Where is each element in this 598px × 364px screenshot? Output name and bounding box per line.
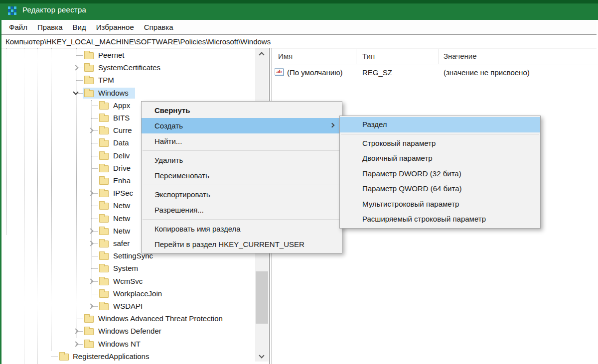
folder-icon bbox=[99, 115, 109, 122]
menu-item-перейти-в-раздел-hkey-current-user[interactable]: Перейти в раздел HKEY_CURRENT_USER bbox=[142, 237, 342, 252]
menubar-item-1[interactable]: Файл bbox=[4, 21, 32, 33]
column-header-value[interactable]: Значение bbox=[444, 52, 477, 60]
tree-item-workplacejoin[interactable]: WorkplaceJoin bbox=[1, 288, 255, 300]
expand-chevron-icon[interactable] bbox=[73, 329, 78, 334]
tree-item-label: Peernet bbox=[98, 51, 125, 59]
folder-icon bbox=[99, 303, 109, 310]
scroll-up-button[interactable] bbox=[255, 48, 269, 59]
expand-chevron-icon[interactable] bbox=[73, 65, 78, 71]
folder-icon bbox=[99, 103, 109, 110]
expand-chevron-icon[interactable] bbox=[88, 241, 93, 246]
menu-item-разрешения[interactable]: Разрешения... bbox=[142, 202, 342, 218]
expand-chevron-icon[interactable] bbox=[88, 278, 93, 284]
address-bar bbox=[1, 34, 597, 48]
menu-item-создать[interactable]: Создать bbox=[142, 118, 342, 133]
menu-separator bbox=[143, 150, 341, 151]
menu-item-копировать-имя-раздела[interactable]: Копировать имя раздела bbox=[142, 221, 342, 237]
tree-connector-line bbox=[91, 206, 98, 206]
column-header-type[interactable]: Тип bbox=[362, 52, 375, 60]
collapse-chevron-icon[interactable] bbox=[73, 89, 78, 95]
menu-item-переименовать[interactable]: Переименовать bbox=[142, 168, 342, 183]
tree-item-windows-advanced-threat-protection[interactable]: Windows Advanced Threat Protection bbox=[1, 313, 255, 325]
column-separator[interactable] bbox=[439, 49, 439, 64]
expand-chevron-icon[interactable] bbox=[73, 341, 78, 347]
tree-item-windows[interactable]: Windows bbox=[1, 87, 255, 100]
column-separator[interactable] bbox=[356, 49, 356, 64]
menu-item-экспортировать[interactable]: Экспортировать bbox=[142, 187, 342, 202]
column-header-name[interactable]: Имя bbox=[278, 52, 293, 60]
tree-item-systemcertificates[interactable]: SystemCertificates bbox=[1, 62, 255, 74]
chevron-up-icon bbox=[259, 52, 264, 57]
menu-separator bbox=[341, 134, 539, 134]
menubar-item-4[interactable]: Избранное bbox=[91, 21, 139, 33]
tree-item-label: WcmSvc bbox=[113, 277, 143, 285]
menu-item-свернуть[interactable]: Свернуть bbox=[142, 103, 342, 118]
value-type: REG_SZ bbox=[362, 68, 392, 77]
tree-item-windows-nt[interactable]: Windows NT bbox=[1, 338, 255, 351]
value-name: (По умолчанию) bbox=[287, 68, 342, 77]
tree-item-wcmsvc[interactable]: WcmSvc bbox=[1, 275, 255, 288]
context-menu: СвернутьСоздатьНайти...УдалитьПереименов… bbox=[141, 101, 342, 253]
tree-item-label: Netw bbox=[113, 214, 130, 223]
scrollbar-thumb[interactable] bbox=[256, 271, 268, 324]
menu-item-найти[interactable]: Найти... bbox=[142, 133, 342, 149]
folder-icon bbox=[99, 203, 109, 210]
chevron-down-icon bbox=[259, 353, 264, 358]
tree-item-label: Data bbox=[113, 138, 129, 147]
menu-item-раздел[interactable]: Раздел bbox=[340, 117, 540, 132]
tree-connector-line bbox=[91, 219, 98, 219]
registry-app-icon bbox=[8, 6, 17, 16]
tree-item-registeredapplications[interactable]: RegisteredApplications bbox=[1, 351, 255, 363]
tree-item-windows-defender[interactable]: Windows Defender bbox=[1, 325, 255, 338]
address-input[interactable] bbox=[1, 35, 597, 48]
titlebar-top-strip bbox=[0, 0, 598, 3]
tree-item-label: RegisteredApplications bbox=[73, 352, 149, 361]
tree-item-peernet[interactable]: Peernet bbox=[1, 49, 255, 62]
tree-item-label: Netw bbox=[113, 227, 130, 235]
expand-chevron-icon[interactable] bbox=[88, 228, 93, 234]
expand-chevron-icon[interactable] bbox=[88, 128, 93, 133]
tree-item-label: Windows Defender bbox=[98, 327, 161, 335]
folder-icon bbox=[84, 316, 94, 323]
tree-item-wsdapi[interactable]: WSDAPI bbox=[1, 300, 255, 313]
folder-icon bbox=[99, 216, 109, 223]
folder-icon bbox=[84, 341, 94, 348]
tree-item-label: Deliv bbox=[113, 151, 130, 160]
tree-connector-line bbox=[76, 319, 83, 319]
folder-icon bbox=[59, 354, 69, 361]
menu-item-удалить[interactable]: Удалить bbox=[142, 152, 342, 168]
tree-item-label: BITS bbox=[113, 114, 130, 122]
menubar: ФайлПравкаВидИзбранноеСправка bbox=[1, 20, 597, 34]
tree-item-tpm[interactable]: TPM bbox=[1, 74, 255, 87]
folder-icon bbox=[99, 190, 109, 197]
menubar-item-3[interactable]: Вид bbox=[68, 21, 91, 33]
tree-item-label: WorkplaceJoin bbox=[113, 289, 162, 298]
tree-item-label: Windows bbox=[98, 89, 129, 97]
folder-icon bbox=[99, 241, 109, 247]
menu-item-строковый-параметр[interactable]: Строковый параметр bbox=[340, 136, 540, 151]
tree-connector-line bbox=[91, 106, 98, 106]
scroll-down-button[interactable] bbox=[255, 351, 269, 362]
folder-icon bbox=[99, 153, 109, 160]
tree-item-system[interactable]: System bbox=[1, 262, 255, 275]
new-submenu: РазделСтроковый параметрДвоичный парамет… bbox=[339, 116, 541, 229]
tree-connector-line bbox=[91, 256, 98, 256]
menu-item-параметр-dword-32-бита[interactable]: Параметр DWORD (32 бита) bbox=[340, 166, 540, 182]
folder-icon bbox=[99, 278, 109, 285]
menubar-item-2[interactable]: Правка bbox=[32, 21, 68, 33]
menubar-item-5[interactable]: Справка bbox=[139, 21, 178, 33]
tree-item-label: safer bbox=[113, 239, 130, 247]
menu-item-двоичный-параметр[interactable]: Двоичный параметр bbox=[340, 151, 540, 166]
tree-item-label: WSDAPI bbox=[113, 302, 143, 310]
tree-connector-line bbox=[91, 294, 98, 294]
menu-item-расширяемый-строковый-параметр[interactable]: Расширяемый строковый параметр bbox=[340, 212, 540, 227]
expand-chevron-icon[interactable] bbox=[88, 191, 93, 196]
tree-connector-line bbox=[91, 181, 98, 181]
menu-item-мультистроковый-параметр[interactable]: Мультистроковый параметр bbox=[340, 197, 540, 212]
expand-chevron-icon[interactable] bbox=[88, 303, 93, 309]
value-row[interactable]: ab (По умолчанию) REG_SZ (значение не пр… bbox=[272, 67, 598, 79]
menu-separator bbox=[143, 185, 341, 185]
folder-icon bbox=[99, 253, 109, 260]
menu-item-параметр-qword-64-бита[interactable]: Параметр QWORD (64 бита) bbox=[340, 181, 540, 197]
tree-item-label: Netw bbox=[113, 201, 130, 210]
